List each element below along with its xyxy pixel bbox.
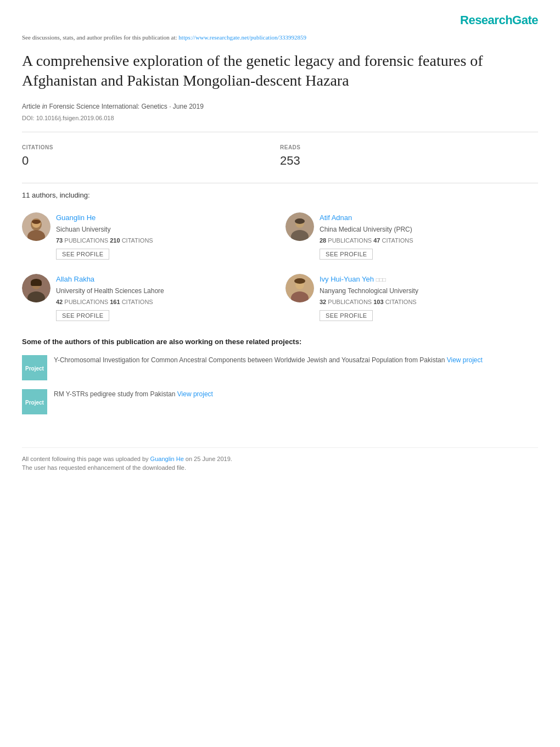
svg-point-8 xyxy=(295,218,305,224)
footer-uploaded-text: All content following this page was uplo… xyxy=(22,456,149,462)
svg-text:Project: Project xyxy=(25,366,44,372)
author-card-4: Ivy Hui-Yuan Yeh □□□ Nanyang Technologic… xyxy=(285,269,538,325)
author-institution-1: Sichuan University xyxy=(56,224,275,234)
article-separator: · xyxy=(169,103,173,110)
author-pubs-1: 73 PUBLICATIONS 210 CITATIONS xyxy=(56,236,275,245)
project-view-link-2[interactable]: View project xyxy=(177,390,213,398)
divider-mid xyxy=(22,183,538,183)
reads-value: 253 xyxy=(280,151,538,170)
svg-point-4 xyxy=(32,220,41,224)
article-in-label: in xyxy=(42,103,49,110)
footer-request-line: The user has requested enhancement of th… xyxy=(22,463,538,473)
author-institution-3: University of Health Sciences Lahore xyxy=(56,286,275,296)
author-pubs-2: 28 PUBLICATIONS 47 CITATIONS xyxy=(320,236,538,245)
author-institution-4: Nanyang Technological University xyxy=(320,286,538,296)
author-avatar-2 xyxy=(285,212,314,241)
see-profile-button-3[interactable]: SEE PROFILE xyxy=(56,310,109,321)
reads-label: READS xyxy=(280,143,538,151)
see-discussions-text: See discussions, stats, and author profi… xyxy=(22,34,177,41)
author-name-4-text: Ivy Hui-Yuan Yeh xyxy=(320,275,374,283)
project-icon-2: Project xyxy=(22,389,47,414)
project-item-2: Project RM Y-STRs pedigree study from Pa… xyxy=(22,389,538,414)
project-text-2: RM Y-STRs pedigree study from Pakistan V… xyxy=(54,389,213,399)
citations-value: 0 xyxy=(22,151,280,170)
author-name-suffix: □□□ xyxy=(376,277,386,283)
svg-text:Project: Project xyxy=(25,400,44,406)
author-info-3: Allah Rakha University of Health Science… xyxy=(56,274,275,321)
see-discussions-link[interactable]: https://www.researchgate.net/publication… xyxy=(178,34,306,41)
article-type: Article xyxy=(22,103,40,110)
svg-point-17 xyxy=(294,278,305,284)
article-doi: DOI: 10.1016/j.fsigen.2019.06.018 xyxy=(22,114,538,123)
svg-rect-13 xyxy=(31,282,42,286)
author-card-3: Allah Rakha University of Health Science… xyxy=(22,269,275,325)
author-pubs-3: 42 PUBLICATIONS 161 CITATIONS xyxy=(56,297,275,307)
author-avatar-3 xyxy=(22,274,51,302)
project-text-1: Y-Chromosomal Investigation for Common A… xyxy=(54,355,483,365)
author-info-2: Atif Adnan China Medical University (PRC… xyxy=(320,212,538,260)
see-profile-button-2[interactable]: SEE PROFILE xyxy=(320,249,373,260)
author-avatar-1 xyxy=(22,212,51,241)
footer-upload-line: All content following this page was uplo… xyxy=(22,454,538,464)
author-name-2[interactable]: Atif Adnan xyxy=(320,212,538,223)
article-date: June 2019 xyxy=(173,103,204,110)
author-name-3[interactable]: Allah Rakha xyxy=(56,274,275,285)
citations-label: CITATIONS xyxy=(22,143,280,151)
citations-block: CITATIONS 0 xyxy=(22,139,280,174)
project-description-2: RM Y-STRs pedigree study from Pakistan xyxy=(54,390,175,398)
researchgate-logo: ResearchGate xyxy=(460,11,538,29)
project-item-1: Project Y-Chromosomal Investigation for … xyxy=(22,355,538,380)
author-card-1: Guanglin He Sichuan University 73 PUBLIC… xyxy=(22,208,275,264)
article-title: A comprehensive exploration of the genet… xyxy=(22,51,538,91)
footer-upload-date: on 25 June 2019. xyxy=(186,456,232,462)
author-name-4[interactable]: Ivy Hui-Yuan Yeh □□□ xyxy=(320,274,538,285)
divider-top xyxy=(22,132,538,132)
article-journal: Forensic Science International: Genetics xyxy=(49,103,167,110)
project-icon-1: Project xyxy=(22,355,47,380)
author-info-1: Guanglin He Sichuan University 73 PUBLIC… xyxy=(56,212,275,260)
authors-heading: 11 authors, including: xyxy=(22,190,538,201)
see-profile-button-4[interactable]: SEE PROFILE xyxy=(320,310,373,321)
stats-row: CITATIONS 0 READS 253 xyxy=(22,139,538,174)
authors-grid: Guanglin He Sichuan University 73 PUBLIC… xyxy=(22,208,538,325)
project-icon-svg-1: Project xyxy=(22,355,47,380)
project-view-link-1[interactable]: View project xyxy=(447,356,483,364)
article-meta: Article in Forensic Science Internationa… xyxy=(22,102,538,111)
author-avatar-svg-1 xyxy=(22,212,51,241)
project-description-1: Y-Chromosomal Investigation for Common A… xyxy=(54,356,445,364)
author-card-2: Atif Adnan China Medical University (PRC… xyxy=(285,208,538,264)
project-icon-svg-2: Project xyxy=(22,389,47,414)
author-avatar-svg-2 xyxy=(285,212,314,241)
author-avatar-svg-3 xyxy=(22,274,51,302)
footer: All content following this page was uplo… xyxy=(22,447,538,473)
footer-uploader-link[interactable]: Guanglin He xyxy=(150,456,184,462)
see-discussions-line: See discussions, stats, and author profi… xyxy=(22,33,538,42)
reads-block: READS 253 xyxy=(280,139,538,174)
author-name-1[interactable]: Guanglin He xyxy=(56,212,275,223)
see-profile-button-1[interactable]: SEE PROFILE xyxy=(56,249,109,260)
related-projects-heading: Some of the authors of this publication … xyxy=(22,336,538,347)
author-info-4: Ivy Hui-Yuan Yeh □□□ Nanyang Technologic… xyxy=(320,274,538,321)
page-container: ResearchGate See discussions, stats, and… xyxy=(0,0,560,495)
author-avatar-4 xyxy=(285,274,314,302)
author-institution-2: China Medical University (PRC) xyxy=(320,224,538,234)
author-pubs-4: 32 PUBLICATIONS 103 CITATIONS xyxy=(320,297,538,307)
author-avatar-svg-4 xyxy=(285,274,314,302)
